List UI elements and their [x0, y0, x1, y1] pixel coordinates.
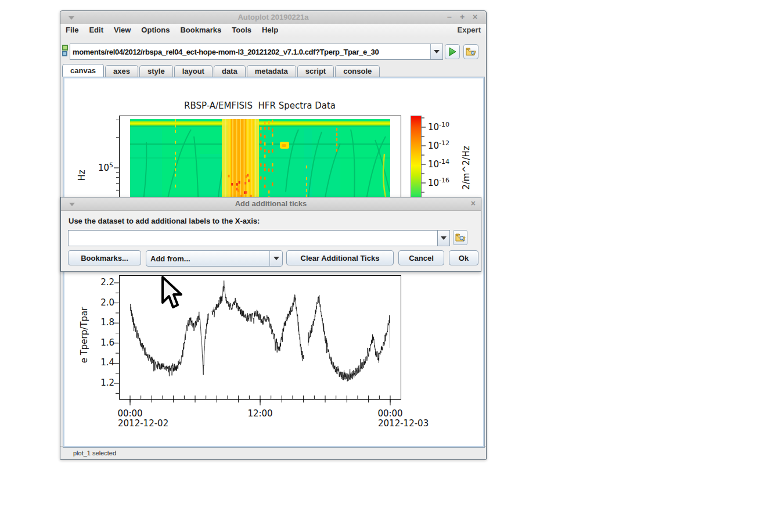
status-text: plot_1 selected: [73, 450, 116, 456]
uri-toolbar: [60, 37, 486, 64]
tab-metadata[interactable]: metadata: [247, 65, 296, 77]
timeseries-ytick-label: 1.4: [88, 357, 114, 368]
menu-help[interactable]: Help: [257, 24, 283, 34]
dataset-dropdown-button[interactable]: [438, 230, 450, 246]
window-titlebar[interactable]: Autoplot 20190221a –+×: [60, 11, 486, 24]
add-from-value: Add from...: [146, 254, 269, 263]
tab-style[interactable]: style: [139, 65, 173, 77]
ok-button[interactable]: Ok: [449, 250, 478, 265]
minimize-button[interactable]: –: [443, 12, 456, 21]
green-square-icon: [62, 45, 68, 51]
play-icon: [447, 46, 458, 57]
tab-data[interactable]: data: [214, 65, 246, 77]
menubar: FileEditViewOptionsBookmarksToolsHelp Ex…: [60, 24, 486, 37]
timeseries-xtick-date: 2012-12-02: [118, 418, 182, 429]
status-bar: plot_1 selected: [60, 446, 486, 459]
timeseries-xtick-time: 00:00: [110, 408, 150, 419]
menu-options[interactable]: Options: [136, 24, 175, 34]
mouse-cursor: [160, 275, 183, 311]
dialog-prompt: Use the dataset to add additional labels…: [69, 217, 260, 225]
dialog-close-icon[interactable]: ×: [471, 199, 476, 208]
maximize-button[interactable]: +: [456, 12, 469, 21]
uri-history-dropdown[interactable]: [430, 44, 442, 59]
timeseries-xtick-time: 12:00: [240, 408, 280, 419]
expert-mode-label[interactable]: Expert: [458, 26, 481, 34]
folder-search-icon: [455, 233, 466, 242]
file-browser-button[interactable]: [463, 44, 478, 59]
cancel-button[interactable]: Cancel: [398, 250, 444, 265]
folder-open-icon: [466, 47, 476, 56]
add-ticks-dialog: Add additional ticks × Use the dataset t…: [60, 197, 481, 272]
inspect-uri-button[interactable]: [453, 230, 467, 245]
timeseries-xtick-date: 2012-12-03: [378, 418, 442, 429]
uri-address-field: [70, 44, 443, 60]
timeseries-xtick-time: 00:00: [370, 408, 411, 419]
blue-square-icon: [62, 51, 67, 56]
chevron-down-icon: [441, 236, 447, 240]
timeseries-ytick-label: 2.2: [88, 277, 114, 287]
spectrogram-ylabel: Hz: [77, 164, 87, 187]
menu-bookmarks[interactable]: Bookmarks: [175, 24, 226, 34]
timeseries-ytick-label: 1.8: [88, 317, 114, 328]
tab-script[interactable]: script: [297, 65, 334, 77]
desktop: Autoplot 20190221a –+× FileEditViewOptio…: [0, 0, 781, 532]
tab-layout[interactable]: layout: [174, 65, 213, 77]
spectrogram-ytick-label: 105: [87, 161, 113, 173]
dataset-uri-input[interactable]: [68, 230, 438, 246]
close-button[interactable]: ×: [469, 12, 481, 21]
uri-status-icon: [62, 45, 68, 57]
combo-arrow-button[interactable]: [269, 251, 282, 266]
window-title: Autoplot 20190221a: [60, 13, 486, 21]
autoplot-window: Autoplot 20190221a –+× FileEditViewOptio…: [60, 10, 487, 460]
timeseries-ytick-label: 1.6: [88, 337, 114, 348]
colorbar-unit-label: 2/m^2/Hz: [461, 133, 472, 203]
timeseries-ytick-label: 2.0: [88, 297, 114, 308]
menu-tools[interactable]: Tools: [226, 24, 257, 34]
add-from-combobox[interactable]: Add from...: [146, 250, 283, 267]
dialog-title: Add additional ticks: [61, 199, 481, 208]
tab-bar: canvasaxesstylelayoutdatametadatascriptc…: [62, 64, 486, 77]
chevron-down-icon: [273, 257, 279, 260]
clear-additional-ticks-button[interactable]: Clear Additional Ticks: [286, 250, 394, 265]
spectrogram-title: RBSP-A/EMFISIS HFR Spectra Data: [119, 100, 401, 111]
tab-axes[interactable]: axes: [105, 65, 138, 77]
tab-console[interactable]: console: [335, 65, 380, 77]
uri-input[interactable]: [70, 44, 430, 59]
menu-file[interactable]: File: [60, 24, 84, 34]
dialog-titlebar[interactable]: Add additional ticks ×: [61, 197, 481, 211]
go-plot-button[interactable]: [445, 44, 460, 59]
timeseries-ytick-label: 1.2: [88, 378, 114, 388]
tab-canvas[interactable]: canvas: [62, 64, 104, 77]
bookmarks-button[interactable]: Bookmarks...: [68, 250, 141, 265]
menu-view[interactable]: View: [109, 24, 136, 34]
chevron-down-icon: [434, 50, 440, 53]
colorbar-tick-label: 10-10: [428, 121, 469, 132]
menu-edit[interactable]: Edit: [84, 24, 109, 34]
